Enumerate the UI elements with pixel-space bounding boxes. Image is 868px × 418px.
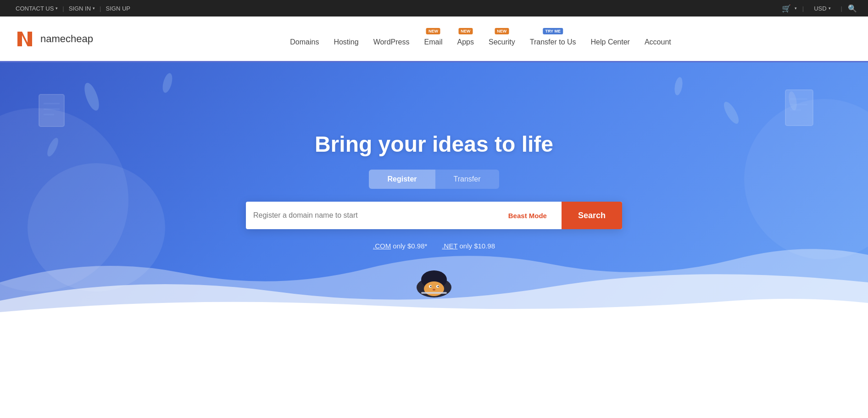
sign-up-link[interactable]: SIGN UP: [101, 5, 135, 12]
svg-point-2: [723, 100, 740, 126]
cart-icon[interactable]: 🛒: [782, 4, 791, 13]
leaf-6: [786, 90, 799, 112]
svg-point-4: [46, 137, 60, 158]
sign-in-link[interactable]: SIGN IN ▾: [64, 5, 100, 12]
leaf-1: [83, 81, 101, 113]
com-promo: .COM only $0.98*: [373, 242, 427, 250]
doc-right: [781, 85, 822, 136]
top-bar: CONTACT US ▾ | SIGN IN ▾ | SIGN UP 🛒 ▾ |…: [0, 0, 868, 16]
leaf-2: [161, 72, 174, 94]
nav-account[interactable]: Account: [638, 28, 678, 50]
contact-us-caret: ▾: [56, 6, 58, 11]
svg-rect-10: [785, 90, 813, 126]
leaf-3: [723, 99, 740, 126]
domain-search-input[interactable]: [253, 211, 508, 220]
nav-security[interactable]: NEW Security: [482, 28, 522, 50]
hero-tabs: Register Transfer: [369, 170, 499, 189]
doc-left: [37, 90, 73, 136]
com-promo-text: only $0.98*: [393, 242, 427, 250]
transfer-tab[interactable]: Transfer: [435, 170, 499, 189]
logo-text: namecheap: [40, 33, 93, 45]
search-button[interactable]: Search: [562, 202, 622, 229]
nav-wordpress[interactable]: WordPress: [367, 28, 416, 50]
top-bar-left: CONTACT US ▾ | SIGN IN ▾ | SIGN UP: [11, 5, 135, 12]
hero-section: Bring your ideas to life Register Transf…: [0, 62, 868, 319]
com-link[interactable]: .COM: [373, 242, 391, 250]
hero-promos: .COM only $0.98* .NET only $10.98: [373, 242, 495, 250]
hero-title: Bring your ideas to life: [315, 132, 553, 157]
beast-mode-button[interactable]: Beast Mode: [508, 212, 554, 220]
nav-domains[interactable]: Domains: [284, 28, 325, 50]
register-tab[interactable]: Register: [369, 170, 435, 189]
sign-in-caret: ▾: [93, 6, 95, 11]
email-new-badge: NEW: [426, 28, 440, 34]
nav-hosting[interactable]: Hosting: [327, 28, 365, 50]
hero-content: Bring your ideas to life Register Transf…: [246, 132, 622, 250]
cart-caret[interactable]: ▾: [795, 6, 797, 11]
net-promo: .NET only $10.98: [442, 242, 495, 250]
svg-rect-22: [421, 292, 447, 294]
nav-help-center[interactable]: Help Center: [584, 28, 636, 50]
search-bar: Beast Mode Search: [246, 202, 622, 229]
svg-point-1: [161, 72, 174, 94]
security-new-badge: NEW: [495, 28, 509, 34]
svg-point-19: [430, 286, 432, 287]
main-nav: Domains Hosting WordPress NEW Email NEW …: [108, 28, 853, 50]
svg-point-21: [433, 289, 435, 291]
header: namecheap Domains Hosting WordPress NEW …: [0, 16, 868, 62]
mascot-svg: [406, 258, 462, 299]
blob-bottom-left: [28, 163, 165, 292]
nav-email[interactable]: NEW Email: [417, 28, 449, 50]
svg-point-0: [83, 81, 101, 112]
logo[interactable]: namecheap: [15, 30, 93, 48]
apps-new-badge: NEW: [458, 28, 473, 34]
nav-transfer[interactable]: TRY ME Transfer to Us: [523, 28, 583, 50]
blob-right: [744, 99, 868, 259]
leaf-5: [46, 136, 60, 159]
svg-point-3: [673, 77, 684, 96]
svg-rect-6: [39, 94, 64, 126]
nav-apps[interactable]: NEW Apps: [451, 28, 480, 50]
currency-selector[interactable]: USD ▾: [809, 5, 835, 12]
leaf-4: [673, 76, 684, 97]
svg-point-5: [787, 91, 798, 111]
top-bar-right: 🛒 ▾ | USD ▾ | 🔍: [782, 4, 857, 13]
mascot: [406, 258, 462, 301]
logo-svg: [15, 30, 37, 48]
blob-left: [0, 108, 128, 292]
net-link[interactable]: .NET: [442, 242, 457, 250]
transfer-tryme-badge: TRY ME: [543, 28, 563, 34]
net-promo-text: only $10.98: [459, 242, 495, 250]
svg-point-20: [438, 286, 439, 287]
search-input-wrapper: Beast Mode: [246, 202, 562, 229]
contact-us-link[interactable]: CONTACT US ▾: [11, 5, 62, 12]
search-icon[interactable]: 🔍: [848, 4, 857, 13]
